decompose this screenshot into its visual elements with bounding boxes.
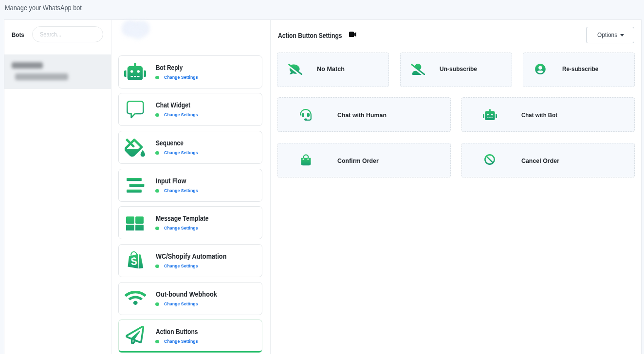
svg-text:S: S [130,255,138,267]
